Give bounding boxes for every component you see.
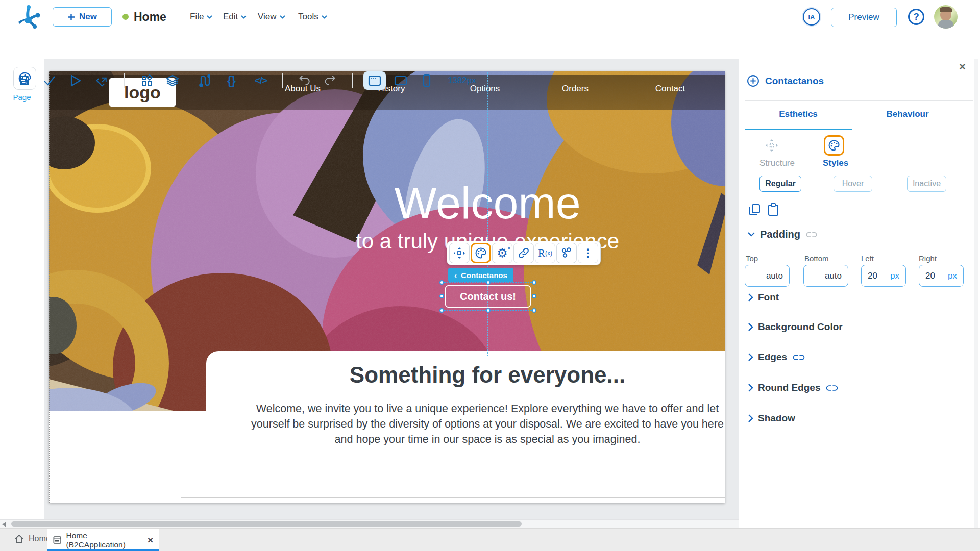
structure-icon bbox=[765, 139, 778, 152]
tab-home[interactable]: Home bbox=[14, 534, 51, 543]
widget-settings-button[interactable]: ⚙ bbox=[492, 243, 512, 263]
phone-icon bbox=[423, 74, 431, 87]
padding-left-input[interactable]: 20px bbox=[861, 265, 906, 287]
phone-preview-toggle[interactable] bbox=[415, 71, 438, 90]
menu-view[interactable]: View bbox=[258, 12, 285, 22]
copy-style-button[interactable] bbox=[749, 204, 761, 216]
preview-button[interactable]: Preview bbox=[831, 8, 897, 27]
section-selection-left-guide bbox=[49, 71, 50, 503]
state-regular-button[interactable]: Regular bbox=[760, 176, 801, 192]
scrollbar-thumb[interactable] bbox=[11, 521, 522, 527]
selection-handle[interactable] bbox=[439, 294, 444, 298]
state-hover-button[interactable]: Hover bbox=[834, 176, 872, 192]
selection-handle[interactable] bbox=[486, 308, 491, 313]
padding-right-input[interactable]: 20px bbox=[919, 265, 964, 287]
edges-section-header[interactable]: Edges bbox=[748, 352, 805, 363]
verify-button[interactable] bbox=[38, 71, 61, 90]
widget-link-button[interactable] bbox=[513, 243, 534, 263]
add-circle-icon[interactable] bbox=[747, 74, 760, 87]
menu-edit[interactable]: Edit bbox=[223, 12, 247, 22]
redo-button[interactable] bbox=[319, 71, 341, 90]
user-avatar[interactable] bbox=[934, 5, 958, 29]
contact-us-button[interactable]: Contact us! bbox=[445, 285, 531, 308]
subtab-styles[interactable]: Styles bbox=[823, 135, 845, 168]
desktop-preview-toggle[interactable] bbox=[363, 71, 386, 90]
move-widget-button[interactable] bbox=[449, 243, 470, 263]
palette-icon bbox=[475, 247, 487, 259]
plus-icon bbox=[67, 13, 75, 21]
save-button[interactable] bbox=[13, 71, 36, 90]
state-inactive-button[interactable]: Inactive bbox=[907, 176, 946, 192]
link-toggle-icon[interactable] bbox=[792, 354, 805, 361]
ia-badge-label: IA bbox=[808, 13, 815, 21]
paste-style-button[interactable] bbox=[768, 203, 779, 216]
undo-button[interactable] bbox=[293, 71, 316, 90]
layers-button[interactable] bbox=[161, 71, 184, 90]
widgets-button[interactable] bbox=[136, 71, 158, 90]
nav-item-contact[interactable]: Contact bbox=[655, 71, 685, 106]
nav-item-orders[interactable]: Orders bbox=[562, 71, 589, 106]
status-dot bbox=[122, 14, 129, 20]
widget-styles-button[interactable] bbox=[471, 243, 491, 263]
app-logo-icon[interactable] bbox=[17, 5, 40, 29]
selected-widget-tag[interactable]: ‹ Contactanos bbox=[448, 268, 513, 282]
canvas-page[interactable]: logo About Us History Options Orders Con… bbox=[49, 71, 725, 503]
padding-section-header[interactable]: Padding bbox=[748, 229, 818, 240]
tab-esthetics[interactable]: Esthetics bbox=[770, 109, 827, 119]
widget-expression-button[interactable]: R(x) bbox=[535, 243, 555, 263]
subtab-structure[interactable]: Structure bbox=[760, 139, 784, 168]
menu-tools[interactable]: Tools bbox=[298, 12, 327, 22]
panel-close-button[interactable]: × bbox=[959, 61, 966, 72]
selection-handle[interactable] bbox=[486, 280, 491, 285]
selection-handle[interactable] bbox=[439, 308, 444, 313]
expressions-button[interactable]: {} bbox=[220, 71, 242, 90]
unit-label: px bbox=[948, 271, 957, 281]
layers-icon bbox=[166, 74, 179, 87]
padding-top-input[interactable]: auto bbox=[745, 265, 790, 287]
new-button[interactable]: New bbox=[53, 7, 112, 27]
round-edges-section-header[interactable]: Round Edges bbox=[748, 382, 839, 393]
canvas-horizontal-scrollbar[interactable] bbox=[0, 519, 739, 528]
palette-icon bbox=[828, 139, 840, 152]
background-color-section-header[interactable]: Background Color bbox=[748, 321, 843, 333]
link-toggle-icon[interactable] bbox=[825, 384, 839, 392]
divider bbox=[739, 170, 980, 170]
widget-connect-button[interactable] bbox=[556, 243, 577, 263]
tablet-preview-toggle[interactable] bbox=[389, 71, 412, 90]
font-section-header[interactable]: Font bbox=[748, 292, 779, 303]
tablet-icon bbox=[394, 76, 407, 86]
link-toggle-icon[interactable] bbox=[805, 231, 818, 238]
selection-handle[interactable] bbox=[439, 280, 444, 285]
code-icon: </> bbox=[255, 75, 267, 86]
flows-button[interactable] bbox=[193, 71, 215, 90]
panel-scrollbar-track[interactable] bbox=[974, 59, 978, 528]
chevron-down-icon bbox=[241, 15, 247, 19]
editor-toolbar: {} </> 1382px bbox=[0, 34, 980, 59]
publish-button[interactable] bbox=[91, 71, 113, 90]
source-code-button[interactable]: </> bbox=[250, 71, 272, 90]
card-paragraph-line: yourself be surprised by the diversity o… bbox=[251, 418, 724, 431]
tab-behaviour[interactable]: Behaviour bbox=[879, 109, 936, 119]
scroll-left-arrow[interactable] bbox=[2, 522, 6, 527]
help-icon: ? bbox=[913, 11, 919, 22]
styles-highlight-box bbox=[824, 135, 844, 156]
menu-file[interactable]: File bbox=[190, 12, 212, 22]
tab-home-b2capplication[interactable]: Home (B2CApplication) × bbox=[47, 529, 159, 551]
top-bar: New Home File Edit View Tools IA Preview… bbox=[0, 0, 980, 34]
ia-badge-button[interactable]: IA bbox=[803, 8, 820, 26]
selection-handle[interactable] bbox=[532, 308, 536, 313]
active-tab-label: Home (B2CApplication) bbox=[66, 531, 141, 549]
padding-bottom-input[interactable]: auto bbox=[803, 265, 848, 287]
desktop-icon bbox=[368, 75, 381, 86]
card-heading: Something for everyone... bbox=[350, 362, 625, 388]
help-button[interactable]: ? bbox=[908, 9, 924, 25]
selection-handle[interactable] bbox=[532, 294, 536, 298]
run-button[interactable] bbox=[64, 71, 87, 90]
formula-icon: R bbox=[538, 247, 545, 260]
chevron-down-icon bbox=[280, 15, 285, 19]
move-icon bbox=[453, 247, 465, 259]
widget-more-button[interactable]: ⋮ bbox=[578, 243, 598, 263]
close-tab-button[interactable]: × bbox=[148, 535, 153, 545]
selection-handle[interactable] bbox=[532, 280, 536, 285]
shadow-section-header[interactable]: Shadow bbox=[748, 413, 795, 424]
